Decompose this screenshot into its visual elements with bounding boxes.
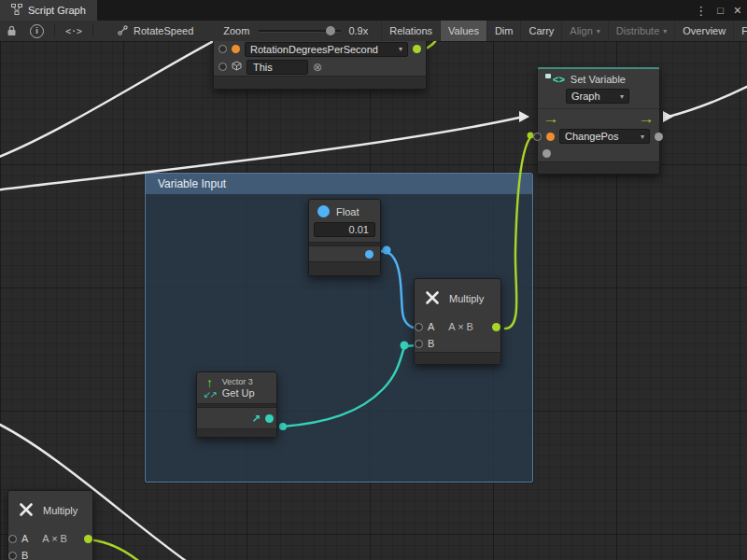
window-controls: ⋮ □ × [695,0,741,21]
dim-button[interactable]: Dim [486,21,521,41]
object-field[interactable]: This [247,60,308,75]
port-result[interactable] [84,535,92,543]
multiply-x-icon [424,289,441,308]
node-header[interactable]: Multiply [8,491,92,530]
port-vector-output[interactable] [265,414,274,423]
port-a-label: A [428,321,434,332]
fullscreen-button[interactable]: Full Screen [733,21,747,41]
port-value-input[interactable] [533,133,542,141]
tab-script-graph[interactable]: Script Graph [0,0,97,21]
graph-name: RotateSpeed [134,25,193,36]
dropdown-arrow-icon: ▾ [620,92,624,101]
node-header[interactable]: Multiply [415,279,500,318]
graph-toolbar: i <·> RotateSpeed Zoom 0.9x Relations Va… [0,21,747,42]
float-value-field[interactable]: 0.01 [314,222,375,237]
close-icon[interactable]: × [734,3,741,18]
port-value-output[interactable] [413,45,421,53]
overview-button[interactable]: Overview [674,21,733,41]
port-b[interactable] [8,552,17,560]
graph-canvas[interactable]: Variable Input [0,41,747,560]
maximize-icon[interactable]: □ [717,5,724,16]
node-title: Get Up [222,387,255,399]
node-title: Set Variable [571,74,626,85]
node-float-literal[interactable]: Float 0.01 [308,199,381,276]
lock-icon[interactable] [0,21,23,41]
flow-arrowhead-right [663,111,673,122]
float-type-icon [317,205,330,217]
node-title: Multiply [449,293,484,304]
node-footer [197,428,276,437]
node-footer [214,76,426,89]
port-b-label: B [21,550,28,560]
toolbar-separator [54,24,55,37]
variable-scope-dropdown[interactable]: Graph ▾ [566,89,629,104]
unity-script-graph-window: Script Graph ⋮ □ × i <·> RotateSpeed Zoo… [0,0,747,560]
dropdown-arrow-icon: ▾ [597,27,600,35]
flow-arrowhead-left [519,111,529,122]
node-multiply-bottom[interactable]: Multiply A A × B B [7,490,93,560]
script-graph-tab-icon [11,4,22,17]
node-header[interactable]: ↑ ↙↗ Vector 3 Get Up [197,372,276,403]
group-header[interactable]: Variable Input [146,174,532,194]
vector3-port-icon: ↗ [252,413,261,425]
port-output-dot[interactable] [543,149,551,158]
variable-name-dropdown[interactable]: ChangePos ▾ [559,129,650,144]
zoom-value: 0.9x [348,25,368,36]
port-result-label: A × B [42,533,67,544]
node-multiply[interactable]: Multiply A A × B B [414,278,501,365]
tab-bar: Script Graph ⋮ □ × [0,0,747,21]
node-get-up[interactable]: ↑ ↙↗ Vector 3 Get Up ↗ [196,371,277,438]
node-get-variable[interactable]: RotationDegreesPerSecond ▾ This ⊗ [213,41,427,90]
info-icon[interactable]: i [23,21,50,41]
dropdown-arrow-icon: ▾ [399,45,402,53]
wire-flow-white-from-setvariable[interactable] [669,84,747,117]
up-arrow-icon: ↑ [206,377,213,389]
distribute-button[interactable]: Distribute ▾ [608,21,674,41]
port-object-input[interactable] [218,63,227,71]
flow-port-row: → → [538,109,659,128]
object-picker-icon[interactable]: ⊗ [313,63,322,72]
port-float-output[interactable] [365,250,374,259]
flow-out-arrow[interactable]: → [638,111,655,126]
port-b-label: B [428,338,434,349]
graph-asset-icon [118,25,128,37]
values-button[interactable]: Values [440,21,486,41]
window-menu-icon[interactable]: ⋮ [695,4,707,18]
port-a-label: A [21,533,28,544]
port-result[interactable] [492,323,500,331]
graph-breadcrumb[interactable]: RotateSpeed [118,25,193,37]
variable-name-dropdown[interactable]: RotationDegreesPerSecond ▾ [245,42,408,57]
node-header[interactable]: Float [309,200,380,219]
relations-button[interactable]: Relations [381,21,440,41]
variable-name: RotationDegreesPerSecond [250,44,378,55]
port-input[interactable] [218,45,227,53]
flow-in-arrow[interactable]: → [543,111,559,126]
node-footer [309,261,380,275]
port-a[interactable] [8,535,17,543]
toolbar-separator [92,24,93,37]
code-preview-icon[interactable]: <·> [59,21,89,41]
zoom-slider-thumb[interactable] [326,26,335,35]
vector3-type-icon: ↙↗ [204,389,216,399]
gameobject-cube-icon [232,61,242,73]
dropdown-arrow-icon: ▾ [641,133,644,141]
output-port-row [309,246,380,261]
port-value-output[interactable] [655,133,663,141]
port-result-label: A × B [448,321,473,332]
node-footer [415,352,500,364]
tab-title: Script Graph [28,5,86,16]
node-set-variable[interactable]: <> Set Variable Graph ▾ → → ChangePos ▾ [537,67,660,175]
dropdown-arrow-icon: ▾ [663,27,667,35]
node-type-label: Vector 3 [222,377,255,386]
port-b[interactable] [415,340,423,348]
carry-button[interactable]: Carry [520,21,561,41]
align-button[interactable]: Align ▾ [561,21,607,41]
node-header[interactable]: <> Set Variable Graph ▾ [538,69,659,109]
output-port-row: ↗ [197,408,276,428]
wire-flow-white-topleft[interactable] [0,41,224,159]
zoom-slider[interactable] [259,21,341,41]
variable-type-dot [546,133,555,141]
multiply-x-icon [18,501,35,520]
group-title: Variable Input [158,177,226,190]
port-a[interactable] [415,323,423,331]
